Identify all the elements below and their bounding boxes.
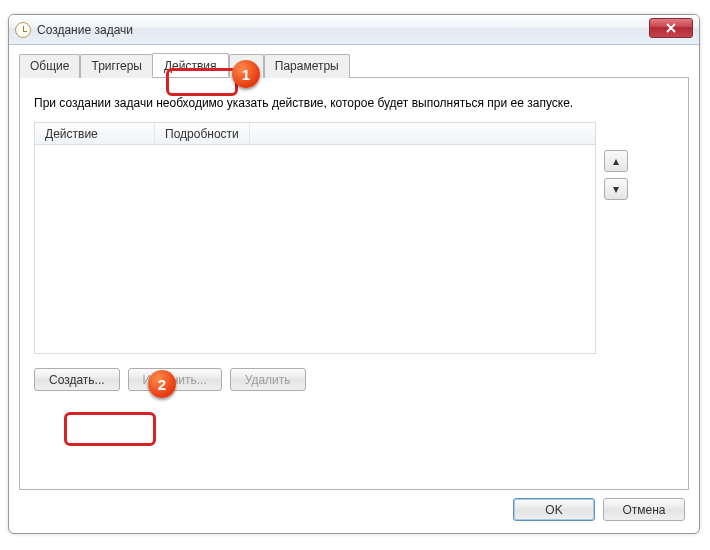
- tab-actions[interactable]: Действия: [152, 53, 229, 77]
- close-icon: [666, 23, 676, 33]
- move-down-button[interactable]: ▾: [604, 178, 628, 200]
- tab-parameters[interactable]: Параметры: [264, 54, 350, 78]
- dialog-window: Создание задачи Общие Триггеры Действия …: [8, 14, 700, 534]
- tab-general[interactable]: Общие: [19, 54, 80, 78]
- col-action[interactable]: Действие: [35, 123, 155, 144]
- tab-bar: Общие Триггеры Действия ия Параметры: [19, 53, 689, 78]
- actions-panel: При создании задачи необходимо указать д…: [19, 78, 689, 490]
- window-title: Создание задачи: [37, 23, 133, 37]
- col-details[interactable]: Подробности: [155, 123, 250, 144]
- title-bar: Создание задачи: [9, 15, 699, 45]
- list-header: Действие Подробности: [35, 123, 595, 145]
- clock-icon: [15, 22, 31, 38]
- close-button[interactable]: [649, 18, 693, 38]
- ok-button[interactable]: OK: [513, 498, 595, 521]
- tab-triggers[interactable]: Триггеры: [80, 54, 153, 78]
- annotation-marker-1: 1: [232, 60, 260, 88]
- move-up-button[interactable]: ▴: [604, 150, 628, 172]
- delete-button[interactable]: Удалить: [230, 368, 306, 391]
- cancel-button[interactable]: Отмена: [603, 498, 685, 521]
- create-button[interactable]: Создать...: [34, 368, 120, 391]
- annotation-marker-2: 2: [148, 370, 176, 398]
- dialog-body: Общие Триггеры Действия ия Параметры При…: [9, 45, 699, 534]
- actions-list[interactable]: Действие Подробности: [34, 122, 596, 354]
- instruction-text: При создании задачи необходимо указать д…: [34, 96, 674, 110]
